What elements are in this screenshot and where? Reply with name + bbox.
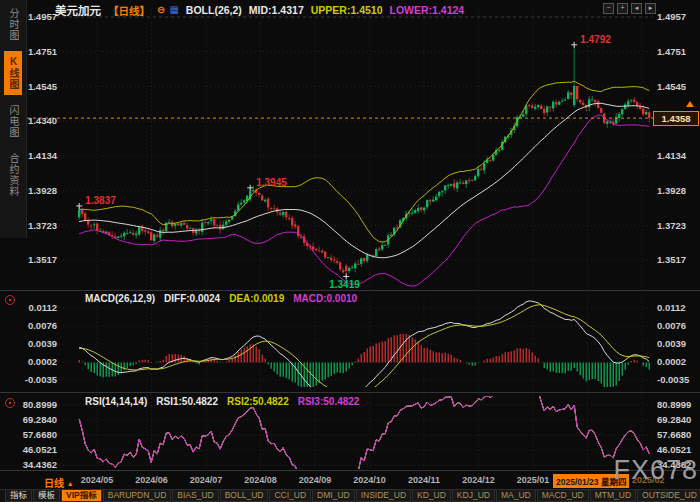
y-axis-label-left: 1.3517	[28, 254, 57, 265]
y-axis-label-right: 69.2840	[657, 414, 691, 425]
rsi-panel-header: RSI(14,14,14) RSI1:50.4822 RSI2:50.4822 …	[85, 396, 359, 407]
toolbar-item-BARUPDN_UD[interactable]: BARUPDN_UD	[103, 490, 172, 502]
x-axis-month-label: 2024/07	[184, 475, 228, 485]
scroll-right-icon[interactable]: ▸	[645, 3, 656, 14]
x-axis-month-label: 2024/08	[239, 475, 283, 485]
timeframe-settings-icon[interactable]: ⊖	[157, 5, 165, 15]
boll-lower-value: LOWER:1.4124	[390, 4, 465, 16]
rsi3-value: RSI3:50.4822	[298, 396, 360, 407]
y-axis-label-right: 0.0112	[657, 302, 686, 313]
toolbar-item-KDJ_UD[interactable]: KDJ_UD	[452, 490, 495, 502]
x-axis-month-label: 2024/11	[402, 475, 446, 485]
macd-params-label: MACD(26,12,9)	[85, 293, 155, 304]
sidebar-item-time-chart[interactable]: 分时图	[4, 3, 22, 46]
chevron-up-icon: ▲	[67, 480, 74, 487]
macd-settings-icon[interactable]	[5, 295, 15, 305]
sidebar: 分时图 K线图 闪电图 合约资料	[0, 0, 27, 238]
last-price-tag: 1.4358	[653, 111, 699, 126]
x-axis-date-row: 日线 ▲ 2024/052024/062024/072024/082024/09…	[0, 471, 700, 489]
y-axis-label-left: 80.8999	[23, 399, 57, 410]
price-marker-label: 1.3837	[85, 195, 116, 206]
x-axis-month-label: 2024/05	[75, 475, 119, 485]
chart-style-icon[interactable]: ▦	[169, 5, 178, 15]
y-axis-label-right: 57.6680	[657, 429, 691, 440]
header-mini-icons: ⊖▦	[157, 5, 179, 15]
current-date: 2025/01/23	[556, 477, 599, 487]
toolbar-item-KD_UD[interactable]: KD_UD	[412, 490, 451, 502]
y-axis-label-left: 1.4957	[28, 11, 57, 22]
y-axis-label-left: 1.3723	[28, 220, 57, 231]
x-axis-month-label: 2024/10	[348, 475, 392, 485]
key-point-cross-icon	[571, 42, 577, 48]
toolbar-item-INSIDE_UD[interactable]: INSIDE_UD	[356, 490, 411, 502]
sidebar-item-contract-info[interactable]: 合约资料	[4, 148, 22, 202]
macd-panel-header: MACD(26,12,9) DIFF:0.0024 DEA:0.0019 MAC…	[85, 293, 357, 304]
x-axis-month-label: 2024/06	[130, 475, 174, 485]
macd-diff-value: DIFF:0.0024	[164, 293, 220, 304]
y-axis-label-left: 1.4340	[28, 115, 57, 126]
toolbar-item-指标[interactable]: 指标	[5, 490, 32, 502]
y-axis-label-right: 0.0076	[657, 320, 686, 331]
y-axis-label-right: 80.8999	[657, 399, 691, 410]
y-axis-label-left: 0.0076	[28, 320, 57, 331]
y-axis-label-left: 1.4134	[28, 150, 58, 161]
toolbar-item-CCI_UD[interactable]: CCI_UD	[269, 490, 311, 502]
boll-upper-value: UPPER:1.4510	[311, 4, 383, 16]
y-axis-label-left: 34.4362	[23, 459, 57, 470]
sidebar-item-lightning-chart[interactable]: 闪电图	[4, 100, 22, 143]
toolbar-item-VIP指标[interactable]: VIP指标	[61, 490, 102, 502]
watermark: FX678	[613, 457, 698, 484]
toolbar-item-DMI_UD[interactable]: DMI_UD	[312, 490, 355, 502]
period-selector[interactable]: 日线 ▲	[44, 475, 74, 490]
rsi-params-label: RSI(14,14,14)	[85, 396, 147, 407]
toolbar-item-BIAS_UD[interactable]: BIAS_UD	[172, 490, 218, 502]
y-axis-label-right: 1.4751	[657, 46, 687, 57]
key-point-cross-icon	[247, 185, 253, 191]
y-axis-label-left: -0.0035	[25, 374, 58, 385]
last-price-arrow-icon	[686, 101, 694, 107]
y-axis-label-left: 0.0039	[28, 338, 57, 349]
y-axis-label-right: -0.0035	[657, 374, 690, 385]
y-axis-label-left: 1.4545	[28, 81, 58, 92]
macd-dea-value: DEA:0.0019	[229, 293, 284, 304]
period-label: 日线	[44, 478, 64, 489]
y-axis-label-right: 1.3517	[657, 254, 686, 265]
y-axis-label-right: 1.3723	[657, 220, 686, 231]
zoom-out-icon[interactable]: −	[603, 3, 614, 14]
zoom-in-icon[interactable]: +	[617, 3, 628, 14]
y-axis-label-right: 0.0002	[657, 356, 686, 367]
y-axis-label-right: 1.4957	[657, 11, 686, 22]
y-axis-label-left: 1.4751	[28, 46, 58, 57]
toolbar-item-MACD_UD[interactable]: MACD_UD	[537, 490, 589, 502]
y-axis-label-right: 1.3928	[657, 185, 686, 196]
toolbar-item-模板[interactable]: 模板	[33, 490, 60, 502]
boll-params-label: BOLL(26,2)	[186, 4, 242, 16]
y-axis-label-right: 1.4545	[657, 81, 687, 92]
x-axis-month-label: 2024/09	[293, 475, 337, 485]
toolbar-item-BOLL_UD[interactable]: BOLL_UD	[220, 490, 269, 502]
y-axis-label-left: 69.2840	[23, 414, 57, 425]
x-axis-month-label: 2025/01	[511, 475, 555, 485]
price-marker-label: 1.4792	[580, 34, 611, 45]
y-axis-label-left: 57.6680	[23, 429, 57, 440]
sidebar-item-kline-chart[interactable]: K线图	[4, 51, 22, 95]
toolbar-item-MTM_UD[interactable]: MTM_UD	[590, 490, 636, 502]
toolbar-item-OUTSIDE_UD[interactable]: OUTSIDE_UD	[637, 490, 700, 502]
rsi2-value: RSI2:50.4822	[227, 396, 289, 407]
fx-chart-app: 1.38371.39451.34191.47921.49571.49571.47…	[0, 0, 700, 502]
price-marker-label: 1.3945	[256, 177, 287, 188]
chart-header: 美元加元 【日线】 ⊖▦ BOLL(26,2) MID:1.4317 UPPER…	[55, 2, 464, 18]
indicator-toolbar: 指标模板VIP指标BARUPDN_UDBIAS_UDBOLL_UDCCI_UDD…	[0, 489, 700, 502]
y-axis-label-left: 0.0002	[28, 356, 57, 367]
y-axis-label-left: 46.0521	[23, 444, 58, 455]
rsi-settings-icon[interactable]	[5, 398, 15, 408]
boll-mid-value: MID:1.4317	[249, 4, 304, 16]
chart-nav-buttons: −+◂▸	[603, 3, 656, 14]
y-axis-label-left: 0.0112	[28, 302, 57, 313]
symbol-title: 美元加元	[55, 2, 101, 18]
timeframe-tag[interactable]: 【日线】	[108, 3, 150, 18]
scroll-left-icon[interactable]: ◂	[631, 3, 642, 14]
x-axis-month-label: 2024/12	[457, 475, 501, 485]
toolbar-item-MA_UD[interactable]: MA_UD	[496, 490, 536, 502]
macd-hist-value: MACD:0.0010	[293, 293, 357, 304]
